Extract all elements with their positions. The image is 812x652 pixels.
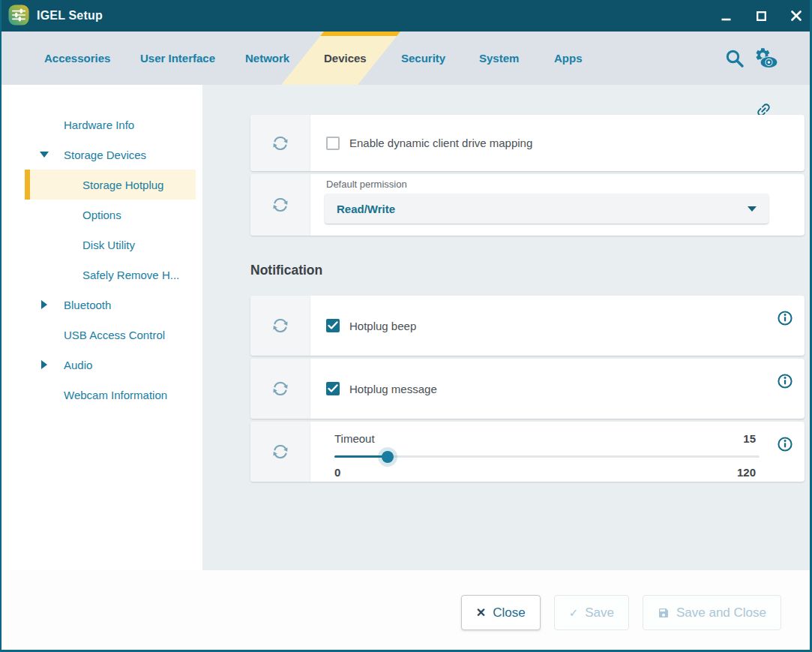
info-button[interactable] bbox=[778, 311, 793, 326]
tab-apps[interactable]: Apps bbox=[554, 32, 583, 85]
sidebar-item-safely-remove[interactable]: Safely Remove H... bbox=[1, 260, 202, 290]
tab-devices[interactable]: Devices bbox=[324, 32, 367, 85]
close-icon bbox=[791, 11, 802, 21]
setting-row-default-permission: Default permission Read/Write bbox=[250, 174, 805, 236]
app-logo-icon bbox=[8, 5, 29, 26]
check-icon: ✓ bbox=[569, 606, 579, 620]
hotplug-message-label: Hotplug message bbox=[349, 383, 437, 395]
tab-user-interface[interactable]: User Interface bbox=[140, 32, 215, 85]
window-title: IGEL Setup bbox=[37, 9, 103, 23]
collapsed-caret-icon[interactable] bbox=[41, 300, 47, 309]
checkmark-icon bbox=[328, 321, 338, 330]
reset-icon bbox=[271, 316, 290, 335]
hotplug-message-checkbox[interactable] bbox=[326, 382, 340, 395]
sidebar-item-hardware-info[interactable]: Hardware Info bbox=[1, 110, 202, 140]
sidebar-item-storage-devices[interactable]: Storage Devices bbox=[1, 140, 202, 170]
reset-icon bbox=[271, 134, 290, 153]
tab-network[interactable]: Network bbox=[245, 32, 289, 85]
drive-mapping-label: Enable dynamic client drive mapping bbox=[349, 137, 532, 149]
checkmark-icon bbox=[328, 384, 338, 393]
setting-row-hotplug-message: Hotplug message bbox=[250, 359, 805, 419]
reset-icon bbox=[271, 442, 290, 461]
body-area: Hardware Info Storage Devices Storage Ho… bbox=[1, 85, 810, 570]
maximize-icon bbox=[757, 11, 766, 21]
info-button[interactable] bbox=[778, 437, 793, 452]
sidebar-item-disk-utility[interactable]: Disk Utility bbox=[1, 230, 202, 260]
footer-bar: ✕ Close ✓ Save Save and Close bbox=[1, 570, 810, 650]
close-window-button[interactable] bbox=[784, 0, 809, 32]
slider-fill bbox=[334, 455, 388, 458]
save-button[interactable]: ✓ Save bbox=[554, 595, 629, 630]
expanded-caret-icon[interactable] bbox=[40, 152, 49, 158]
info-button[interactable] bbox=[778, 374, 793, 389]
title-bar: IGEL Setup bbox=[1, 0, 810, 32]
default-permission-select[interactable]: Read/Write bbox=[325, 194, 769, 224]
dropdown-caret-icon bbox=[748, 206, 757, 212]
gear-eye-icon bbox=[753, 47, 778, 71]
hotplug-beep-checkbox[interactable] bbox=[326, 319, 340, 332]
reset-icon bbox=[271, 195, 290, 215]
close-button[interactable]: ✕ Close bbox=[461, 595, 541, 630]
slider-knob[interactable] bbox=[382, 451, 394, 463]
setting-row-hotplug-beep: Hotplug beep bbox=[250, 296, 805, 356]
config-visibility-button[interactable] bbox=[753, 32, 778, 85]
search-button[interactable] bbox=[724, 32, 745, 85]
setting-row-timeout: Timeout 15 0 120 bbox=[250, 422, 805, 482]
tab-system[interactable]: System bbox=[479, 32, 519, 85]
timeout-slider[interactable] bbox=[334, 455, 760, 458]
sidebar-item-webcam-information[interactable]: Webcam Information bbox=[1, 380, 202, 410]
minimize-icon bbox=[721, 11, 731, 21]
sidebar-item-options[interactable]: Options bbox=[1, 200, 202, 230]
reset-parameter-button[interactable] bbox=[250, 296, 310, 356]
tab-accessories[interactable]: Accessories bbox=[44, 32, 110, 85]
minimize-button[interactable] bbox=[713, 0, 739, 32]
info-icon bbox=[778, 311, 793, 326]
setting-row-drive-mapping: Enable dynamic client drive mapping bbox=[250, 115, 805, 171]
search-icon bbox=[724, 48, 745, 69]
reset-parameter-button[interactable] bbox=[250, 422, 310, 482]
sidebar-tree: Hardware Info Storage Devices Storage Ho… bbox=[1, 85, 202, 570]
sidebar-item-storage-hotplug[interactable]: Storage Hotplug bbox=[1, 170, 202, 200]
timeout-max: 120 bbox=[737, 466, 756, 479]
close-x-icon: ✕ bbox=[476, 605, 486, 620]
selected-item-bar bbox=[25, 170, 30, 200]
select-value: Read/Write bbox=[337, 203, 395, 215]
timeout-value: 15 bbox=[743, 432, 756, 445]
section-title: Notification bbox=[250, 263, 322, 278]
sidebar-item-audio[interactable]: Audio bbox=[1, 350, 202, 380]
floppy-icon bbox=[658, 607, 670, 619]
drive-mapping-checkbox[interactable] bbox=[326, 137, 340, 150]
reset-parameter-button[interactable] bbox=[250, 174, 310, 236]
tab-bar: Accessories User Interface Network Devic… bbox=[1, 32, 810, 85]
hotplug-beep-label: Hotplug beep bbox=[349, 320, 416, 332]
tab-security[interactable]: Security bbox=[401, 32, 445, 85]
info-icon bbox=[778, 374, 793, 389]
timeout-min: 0 bbox=[334, 466, 340, 479]
default-permission-label: Default permission bbox=[326, 179, 407, 190]
save-and-close-button[interactable]: Save and Close bbox=[643, 595, 781, 630]
reset-icon bbox=[271, 379, 290, 398]
collapsed-caret-icon[interactable] bbox=[41, 360, 47, 369]
timeout-label: Timeout bbox=[334, 432, 375, 445]
sidebar-item-usb-access-control[interactable]: USB Access Control bbox=[1, 320, 202, 350]
info-icon bbox=[778, 437, 793, 452]
reset-parameter-button[interactable] bbox=[250, 359, 310, 419]
reset-parameter-button[interactable] bbox=[250, 115, 310, 171]
igel-setup-window: IGEL Setup Accessories User Interface Ne… bbox=[0, 0, 812, 652]
settings-panel: Enable dynamic client drive mapping bbox=[202, 85, 810, 570]
sidebar-item-bluetooth[interactable]: Bluetooth bbox=[1, 290, 202, 320]
maximize-button[interactable] bbox=[748, 0, 774, 32]
